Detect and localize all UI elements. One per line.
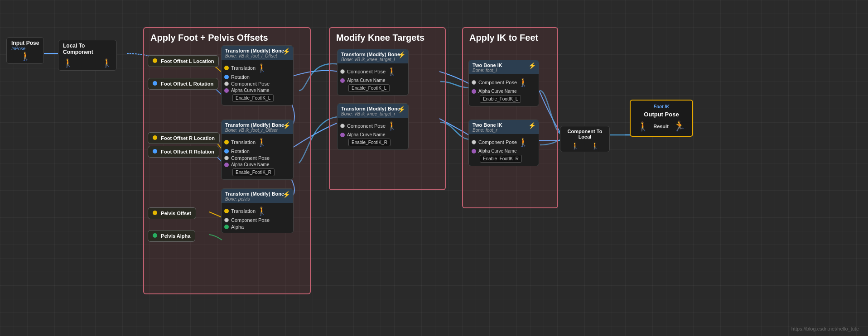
tb3-figure: 🚶 (257, 206, 267, 216)
two-bone-ik-l-component-pose: Component Pose (478, 80, 517, 85)
flash-icon-6: ⚡ (528, 62, 536, 69)
flash-icon-4: ⚡ (398, 51, 405, 58)
tb-knee-r-figure: 🚶 (387, 121, 397, 131)
group-ik-feet-title: Apply IK to Feet (463, 28, 557, 46)
tb2-alpha-label: Alpha Curve Name (231, 162, 269, 167)
tb-knee-r-title: Transform (Modify) Bone (341, 106, 405, 111)
two-bone-ik-r-title: Two Bone IK (473, 122, 535, 128)
ltc-figure-out: 🚶 (102, 58, 112, 68)
tb-knee-l-component-pose: Component Pose (347, 69, 386, 74)
tb2-figure: 🚶 (257, 137, 267, 147)
transform-bone-2-sub: Bone: VB ik_foot_r_Offset (225, 128, 289, 133)
tb2-rotation: Rotation (231, 149, 250, 154)
tb-knee-l-alpha-box: Enable_FootIK_L (348, 84, 390, 92)
output-pose-figure-in: 🚶 (637, 121, 649, 132)
input-pose-sub: InPose (11, 46, 39, 51)
tb1-rotation: Rotation (231, 74, 250, 80)
transform-bone-1-node[interactable]: Transform (Modify) Bone Bone: VB ik_foot… (221, 45, 294, 106)
group-knee-title: Modify Knee Targets (330, 28, 445, 46)
component-to-local-title: Component To Local (565, 129, 605, 139)
flash-icon-5: ⚡ (398, 106, 405, 113)
transform-bone-2-title: Transform (Modify) Bone (225, 122, 289, 128)
two-bone-ik-l-title: Two Bone IK (473, 62, 535, 68)
tb2-alpha-box: Enable_FootIK_R (232, 168, 275, 176)
pelvis-alpha-label: Pelvis Alpha (161, 233, 190, 239)
ctl-figure-in: 🚶 (571, 142, 579, 149)
transform-bone-knee-r-node[interactable]: Transform (Modify) Bone Bone: VB ik_knee… (337, 103, 409, 150)
flash-icon-7: ⚡ (528, 122, 536, 129)
two-bone-ik-r-alpha-box: Enable_FootIK_R (480, 155, 522, 163)
transform-bone-3-node[interactable]: Transform (Modify) Bone Bone: pelvis ⚡ T… (221, 188, 294, 233)
group-foot-pelvis-title: Apply Foot + Pelvis Offsets (144, 28, 310, 46)
tb1-figure: 🚶 (257, 63, 267, 73)
tb1-translation: Translation (231, 65, 256, 71)
tb-knee-r-alpha-box: Enable_FootIK_R (348, 139, 391, 146)
group-ik-feet: Apply IK to Feet (462, 27, 558, 208)
result-label: Result (653, 124, 669, 129)
two-bone-ik-r-sub: Bone: foot_r (473, 128, 535, 133)
foot-offset-l-location-label: Foot Offset L Location (161, 58, 214, 64)
foot-offset-r-location-node[interactable]: Foot Offset R Location (148, 132, 220, 144)
tb-knee-r-sub: Bone: VB ik_knee_target_r (341, 111, 405, 116)
foot-offset-l-rotation-label: Foot Offset L Rotation (161, 81, 213, 86)
local-to-component-title: Local To Component (63, 43, 112, 55)
transform-bone-2-node[interactable]: Transform (Modify) Bone Bone: VB ik_foot… (221, 120, 294, 180)
input-pose-figure: 🚶 (11, 51, 39, 61)
output-pose-figure-running: 🏃 (673, 120, 685, 132)
ctl-figure-out: 🚶 (591, 142, 599, 149)
output-pose-node[interactable]: Foot IK Output Pose 🚶 Result 🏃 (630, 100, 693, 137)
foot-offset-r-rotation-label: Foot Offset R Rotation (161, 149, 214, 154)
ltc-figure-in: 🚶 (63, 58, 73, 68)
tb-knee-r-component-pose: Component Pose (347, 123, 386, 129)
foot-offset-l-location-node[interactable]: Foot Offset L Location (148, 55, 219, 67)
two-bone-ik-l-node[interactable]: Two Bone IK Bone: foot_l ⚡ Component Pos… (468, 60, 539, 106)
two-bone-ik-r-figure: 🚶 (518, 137, 528, 147)
output-pose-title: Output Pose (635, 111, 688, 118)
two-bone-ik-r-component-pose: Component Pose (478, 139, 517, 145)
flash-icon-1: ⚡ (283, 48, 290, 55)
output-pose-sub: Foot IK (635, 104, 688, 109)
two-bone-ik-r-alpha-label: Alpha Curve Name (478, 149, 516, 154)
tb2-translation: Translation (231, 139, 256, 145)
input-pose-node[interactable]: Input Pose InPose 🚶 (6, 37, 44, 64)
flash-icon-3: ⚡ (283, 191, 290, 198)
foot-offset-r-rotation-node[interactable]: Foot Offset R Rotation (148, 146, 219, 158)
two-bone-ik-l-figure: 🚶 (518, 77, 528, 87)
tb-knee-r-alpha-label: Alpha Curve Name (347, 132, 385, 137)
tb3-component-pose: Component Pose (231, 217, 270, 223)
tb3-translation: Translation (231, 208, 256, 214)
transform-bone-knee-l-node[interactable]: Transform (Modify) Bone Bone: VB ik_knee… (337, 49, 409, 96)
tb-knee-l-alpha-label: Alpha Curve Name (347, 78, 385, 83)
tb2-component-pose: Component Pose (231, 155, 270, 161)
transform-bone-3-title: Transform (Modify) Bone (225, 191, 289, 197)
tb-knee-l-title: Transform (Modify) Bone (341, 52, 405, 57)
tb-knee-l-figure: 🚶 (387, 67, 397, 77)
transform-bone-3-sub: Bone: pelvis (225, 197, 289, 202)
two-bone-ik-l-alpha-box: Enable_FootIK_L (480, 95, 521, 103)
two-bone-ik-r-node[interactable]: Two Bone IK Bone: foot_r ⚡ Component Pos… (468, 120, 539, 166)
url-text: https://blog.csdn.net/hello_tute (791, 326, 859, 331)
transform-bone-1-title: Transform (Modify) Bone (225, 48, 289, 53)
input-pose-title: Input Pose (11, 40, 39, 46)
flash-icon-2: ⚡ (283, 122, 290, 129)
two-bone-ik-l-alpha-label: Alpha Curve Name (478, 89, 516, 94)
pelvis-alpha-node[interactable]: Pelvis Alpha (148, 230, 195, 242)
tb1-alpha-label: Alpha Curve Name (231, 88, 269, 93)
foot-offset-r-location-label: Foot Offset R Location (161, 135, 215, 141)
pelvis-offset-label: Pelvis Offset (161, 211, 191, 216)
two-bone-ik-l-sub: Bone: foot_l (473, 68, 535, 73)
transform-bone-1-sub: Bone: VB ik_foot_l_Offset (225, 53, 289, 58)
tb-knee-l-sub: Bone: VB ik_knee_target_l (341, 57, 405, 62)
tb1-alpha-box: Enable_FootIK_L (232, 94, 274, 102)
local-to-component-node[interactable]: Local To Component 🚶 🚶 (58, 40, 117, 71)
component-to-local-node[interactable]: Component To Local 🚶 🚶 (560, 126, 610, 152)
foot-offset-l-rotation-node[interactable]: Foot Offset L Rotation (148, 78, 218, 90)
tb1-component-pose: Component Pose (231, 81, 270, 86)
tb3-alpha: Alpha (231, 224, 244, 230)
pelvis-offset-node[interactable]: Pelvis Offset (148, 207, 196, 219)
